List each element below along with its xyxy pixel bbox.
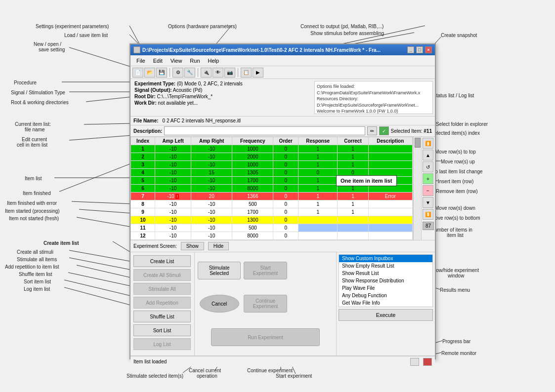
menu-item-response-dist[interactable]: Show Response Distribution	[339, 277, 432, 284]
maximize-button[interactable]: □	[416, 46, 423, 53]
create-all-stimuli-btn[interactable]: Create All Stimuli	[133, 269, 191, 281]
info-left: Experiment Type: (0) Mode 0, 2 AFC, 2 in…	[130, 79, 312, 116]
cancel-btn[interactable]: Cancel	[200, 295, 239, 313]
toolbar-extra[interactable]: ▶	[253, 68, 263, 78]
sort-list-btn[interactable]: Sort List	[133, 324, 191, 336]
toolbar-preview[interactable]: 👁	[213, 68, 223, 78]
annotation-options: Options (hardware parameters)	[168, 24, 237, 29]
svg-line-23	[64, 280, 132, 296]
move-top-btn[interactable]: ⏫	[423, 138, 433, 149]
stimulate-selected-btn[interactable]: Stimulate Selected	[198, 262, 241, 279]
table-row[interactable]: 2-10-102000011	[131, 153, 413, 161]
menu-view[interactable]: View	[167, 57, 186, 65]
description-edit-btn[interactable]: ✏	[367, 126, 377, 135]
experiment-type-value: (0) Mode 0, 2 AFC, 2 intervals	[177, 81, 243, 86]
signal-output-value: Acoustic (Pd)	[173, 87, 202, 93]
window-icon	[133, 46, 140, 53]
annotation-connect: Connect to output (pd, Matlab, RIB,...)	[300, 24, 384, 29]
annotation-remote-monitor: Remote monitor	[441, 351, 476, 356]
svg-line-14	[59, 163, 132, 192]
toolbar-new[interactable]: 📄	[132, 68, 143, 78]
move-up-btn[interactable]: ▲	[423, 150, 433, 160]
remove-row-btn[interactable]: −	[423, 185, 433, 196]
annotation-current-item-list: Current item list:	[15, 121, 51, 127]
experiment-type-label: Experiment Type:	[134, 81, 175, 86]
annotation-insert: Insert item (row)	[438, 179, 473, 184]
menu-item-custom-inputbox[interactable]: Show Custom Inputbox	[339, 255, 432, 262]
remote-monitor-icon[interactable]	[423, 358, 432, 366]
menu-item-empty-result[interactable]: Show Empty Result List	[339, 262, 432, 270]
annotation-progress-bar: Progress bar	[442, 339, 470, 344]
annotation-item-not-started: Item not started (fresh)	[9, 216, 59, 221]
filename-value: 0 2 AFC 2 intervals NH_response.itl	[163, 118, 432, 123]
table-row[interactable]: 9-10-101700011	[131, 208, 413, 216]
create-list-btn[interactable]: Create List	[133, 255, 191, 267]
table-scrollbar[interactable]	[413, 137, 421, 240]
toolbar: 📄 📂 💾 ⚙ 🔧 🔌 👁 📷 📋 ▶	[130, 66, 435, 79]
undo-btn[interactable]: ↺	[423, 161, 433, 172]
annotation-root-working: Root & working directories	[11, 100, 69, 105]
annotation-selected-idx: Selected item(s) index	[431, 130, 480, 136]
toolbar-options[interactable]: 🔧	[184, 68, 195, 78]
add-repetition-btn[interactable]: Add Repetition	[133, 297, 191, 309]
work-dir-row: Work Dir: not available yet...	[134, 100, 308, 106]
annotation-move-down: Move row(s) down	[435, 205, 475, 211]
toolbar-open[interactable]: 📂	[144, 68, 155, 78]
table-row[interactable]: 10-10-1013000	[131, 216, 413, 224]
menu-run[interactable]: Run	[186, 57, 204, 65]
status-icon	[410, 358, 419, 366]
annotation-snapshot: Create snapshot	[441, 33, 477, 38]
svg-line-24	[64, 287, 132, 306]
log-line3: Welcome to FrameWork 1.0.0 (FW 1.0.0)	[317, 108, 430, 114]
show-experiment-btn[interactable]: Show	[181, 242, 204, 250]
svg-line-16	[79, 209, 132, 213]
svg-line-20	[69, 258, 132, 270]
move-bottom-btn[interactable]: ⏬	[423, 209, 433, 220]
run-experiment-btn[interactable]: Run Experiment	[211, 328, 319, 346]
menu-item-play-wave[interactable]: Play Wave File	[339, 284, 432, 292]
table-row[interactable]: 8-10-10500011	[131, 200, 413, 208]
shuffle-list-btn[interactable]: Shuffle List	[133, 311, 191, 322]
menu-file[interactable]: File	[132, 57, 149, 65]
toolbar-save[interactable]: 💾	[156, 68, 167, 78]
svg-line-19	[69, 250, 132, 262]
toolbar-snapshot[interactable]: 📷	[224, 68, 235, 78]
annotation-item-finished: Item finished	[23, 191, 51, 196]
move-down-btn[interactable]: ▼	[423, 197, 433, 208]
stimulate-all-btn[interactable]: Stimulate All	[133, 283, 191, 295]
annotation-save-setting: save setting	[39, 47, 65, 52]
insert-row-btn[interactable]: +	[423, 173, 433, 184]
menu-item-debug[interactable]: Any Debug Function	[339, 292, 432, 299]
menu-item-wav-info[interactable]: Get Wav File Info	[339, 299, 432, 307]
main-window: D:\Projects\ExpSuite\Sourceforge\FrameWo…	[129, 43, 436, 359]
annotation-item-finished-error: Item finished with error	[7, 200, 57, 206]
log-list-btn[interactable]: Log List	[133, 338, 191, 350]
annotation-load-save: Load / save item list	[64, 33, 108, 38]
menu-help[interactable]: Help	[204, 57, 223, 65]
annotation-shuffle: Shuffle item list	[19, 272, 52, 277]
log-line1: Options file loaded: C:\ProgramData\ExpS…	[317, 83, 430, 96]
table-row[interactable]: 11-10-105000	[131, 224, 413, 232]
execute-btn[interactable]: Execute	[339, 309, 433, 321]
toolbar-load-list[interactable]: 📋	[241, 68, 252, 78]
description-accept-btn[interactable]: ✓	[379, 126, 389, 135]
svg-line-21	[77, 265, 132, 278]
table-row[interactable]: 1-10-101000011	[131, 145, 413, 153]
menu-edit[interactable]: Edit	[149, 57, 167, 65]
description-input[interactable]	[164, 126, 365, 135]
start-experiment-btn[interactable]: Start Experiment	[244, 262, 287, 279]
table-row[interactable]: 7-10 !201366011Error	[131, 193, 413, 200]
continue-experiment-btn[interactable]: Continue Experiment	[244, 295, 287, 313]
menu-item-result-list[interactable]: Show Result List	[339, 270, 432, 277]
hide-experiment-btn[interactable]: Hide	[208, 242, 229, 250]
table-row[interactable]: 12-10-1080000	[131, 232, 413, 240]
annotation-stimulate-selected: Stimulate selected item(s)	[127, 373, 183, 379]
col-frequency: Frequency	[232, 137, 273, 145]
minimize-button[interactable]: _	[407, 46, 414, 53]
toolbar-connect[interactable]: 🔌	[201, 68, 212, 78]
work-dir-label: Work Dir:	[134, 100, 157, 106]
close-button[interactable]: ×	[425, 46, 432, 53]
toolbar-settings[interactable]: ⚙	[172, 68, 183, 78]
col-correct: Correct	[338, 137, 368, 145]
table-row[interactable]: 3-10-101000011	[131, 161, 413, 169]
